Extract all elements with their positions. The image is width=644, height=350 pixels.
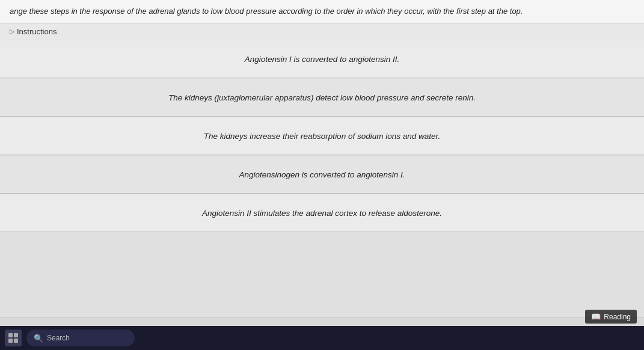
- reading-label: Reading: [604, 313, 631, 321]
- reading-icon: 📖: [591, 312, 601, 321]
- question-text: ange these steps in the response of the …: [10, 7, 523, 16]
- taskbar: 🔍 Search: [0, 326, 644, 350]
- instructions-label[interactable]: Instructions: [17, 27, 57, 36]
- items-container: Angiotensin I is converted to angiotensi…: [0, 40, 644, 318]
- main-content: ange these steps in the response of the …: [0, 0, 644, 350]
- drag-item-4[interactable]: Angiotensinogen is converted to angioten…: [0, 155, 644, 194]
- drag-item-5[interactable]: Angiotensin II stimulates the adrenal co…: [0, 194, 644, 232]
- instructions-arrow: ▷: [10, 28, 14, 35]
- search-label: Search: [47, 334, 70, 342]
- instructions-row: ▷ Instructions: [0, 23, 644, 40]
- taskbar-search[interactable]: 🔍 Search: [26, 330, 135, 346]
- reading-badge: 📖 Reading: [585, 310, 637, 324]
- drag-item-3[interactable]: The kidneys increase their reabsorption …: [0, 117, 644, 155]
- drag-item-1[interactable]: Angiotensin I is converted to angiotensi…: [0, 40, 644, 78]
- drag-item-2[interactable]: The kidneys (juxtaglomerular apparatus) …: [0, 78, 644, 117]
- question-header: ange these steps in the response of the …: [0, 0, 644, 23]
- start-grid-icon: [8, 333, 18, 343]
- search-icon: 🔍: [34, 334, 43, 343]
- start-button[interactable]: [5, 330, 22, 346]
